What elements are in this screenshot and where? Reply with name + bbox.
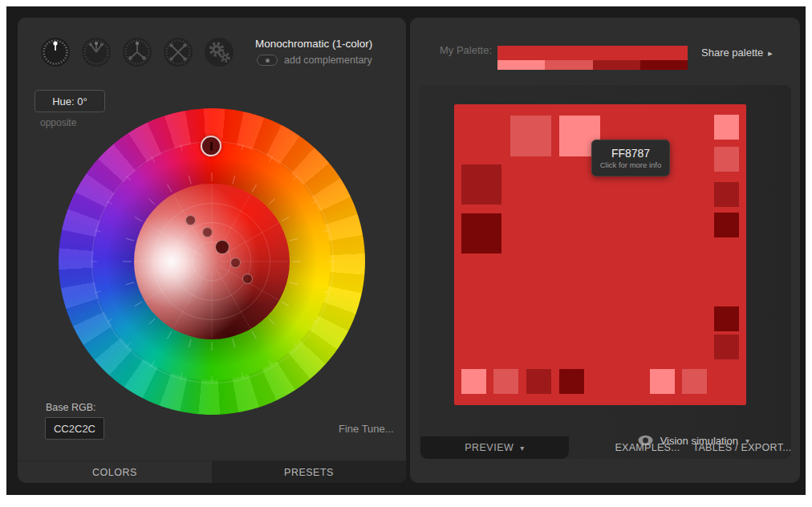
preview-swatch-square[interactable]: [650, 369, 675, 394]
color-wheel[interactable]: [59, 108, 365, 415]
preview-swatch-square[interactable]: [714, 306, 739, 331]
preview-swatch-square[interactable]: [714, 213, 739, 237]
scheme-mode-row: [40, 37, 234, 67]
example-preview-canvas[interactable]: FF8787 Click for more info: [454, 104, 746, 405]
tab-preview[interactable]: PREVIEW ▾: [420, 436, 569, 459]
left-tab-bar: COLORS PRESETS: [18, 460, 406, 483]
preview-swatch-square[interactable]: [714, 182, 739, 207]
variant-color-handle[interactable]: [230, 258, 241, 268]
base-rgb-label: Base RGB:: [46, 402, 96, 413]
adjacent-dial-icon: [81, 37, 112, 67]
palette-variant-swatch[interactable]: [545, 60, 592, 70]
my-palette-label: My Palette:: [440, 44, 492, 56]
preview-swatch-square[interactable]: [714, 147, 739, 172]
saturation-brightness-disc[interactable]: [134, 184, 290, 339]
preview-swatch-square[interactable]: [714, 335, 739, 359]
color-wheel-panel: Monochromatic (1-color) add complementar…: [18, 18, 406, 483]
scheme-title: Monochromatic (1-color): [255, 38, 372, 50]
preview-swatch-square[interactable]: [510, 116, 551, 156]
add-complementary-control[interactable]: add complementary: [257, 55, 372, 66]
base-color-handle[interactable]: [215, 240, 229, 254]
mode-adjacent-button[interactable]: [81, 37, 112, 67]
mode-tetrad-button[interactable]: [163, 37, 193, 67]
triad-dial-icon: [122, 37, 152, 67]
preview-swatch-square[interactable]: [559, 369, 584, 394]
preview-container: FF8787 Click for more info Vision simula…: [419, 85, 791, 459]
paletton-app: Monochromatic (1-color) add complementar…: [0, 0, 812, 507]
preview-swatch-square[interactable]: [461, 164, 501, 205]
mode-triad-button[interactable]: [122, 37, 152, 67]
disc-polar-grid: [134, 184, 290, 339]
chevron-down-icon: ▾: [520, 444, 525, 452]
tab-colors[interactable]: COLORS: [18, 461, 212, 483]
tab-presets[interactable]: PRESETS: [212, 461, 406, 483]
preview-swatch-square[interactable]: [493, 369, 518, 394]
mode-freestyle-button[interactable]: [204, 37, 234, 67]
preview-swatch-square[interactable]: [526, 369, 551, 394]
palette-base-swatch[interactable]: [497, 46, 688, 60]
palette-variant-swatches[interactable]: [497, 60, 688, 70]
palette-strip[interactable]: [497, 46, 688, 70]
base-rgb-input[interactable]: [45, 417, 104, 440]
preview-swatch-square[interactable]: [682, 369, 707, 394]
palette-variant-swatch[interactable]: [640, 60, 688, 70]
mono-dial-icon: [40, 37, 71, 67]
hue-marker-handle[interactable]: [201, 136, 221, 156]
share-arrow-icon: ▸: [768, 48, 773, 58]
add-complementary-label: add complementary: [284, 55, 372, 66]
tetrad-dial-icon: [163, 37, 193, 67]
mode-monochromatic-button[interactable]: [40, 37, 71, 67]
variant-color-handle[interactable]: [185, 215, 196, 225]
share-palette-link[interactable]: Share palette▸: [701, 47, 773, 59]
palette-variant-swatch[interactable]: [497, 60, 545, 70]
preview-swatch-square[interactable]: [714, 115, 739, 140]
variant-color-handle[interactable]: [242, 274, 253, 284]
palette-variant-swatch[interactable]: [593, 60, 640, 70]
preview-swatch-square[interactable]: [461, 369, 486, 394]
variant-color-handle[interactable]: [202, 227, 213, 237]
app-background: Monochromatic (1-color) add complementar…: [6, 6, 806, 495]
tab-tables-export[interactable]: TABLES / EXPORT...: [682, 436, 802, 459]
fine-tune-link[interactable]: Fine Tune...: [339, 423, 394, 435]
color-info-tooltip[interactable]: FF8787 Click for more info: [591, 140, 670, 176]
freestyle-gears-icon: [204, 37, 234, 67]
add-complementary-toggle-icon[interactable]: [257, 55, 278, 66]
preview-swatch-square[interactable]: [461, 213, 501, 253]
preview-panel: My Palette: Share palette▸ FF8787 Click …: [410, 18, 800, 483]
tooltip-hint: Click for more info: [600, 160, 662, 170]
tooltip-hex-value: FF8787: [611, 147, 650, 160]
